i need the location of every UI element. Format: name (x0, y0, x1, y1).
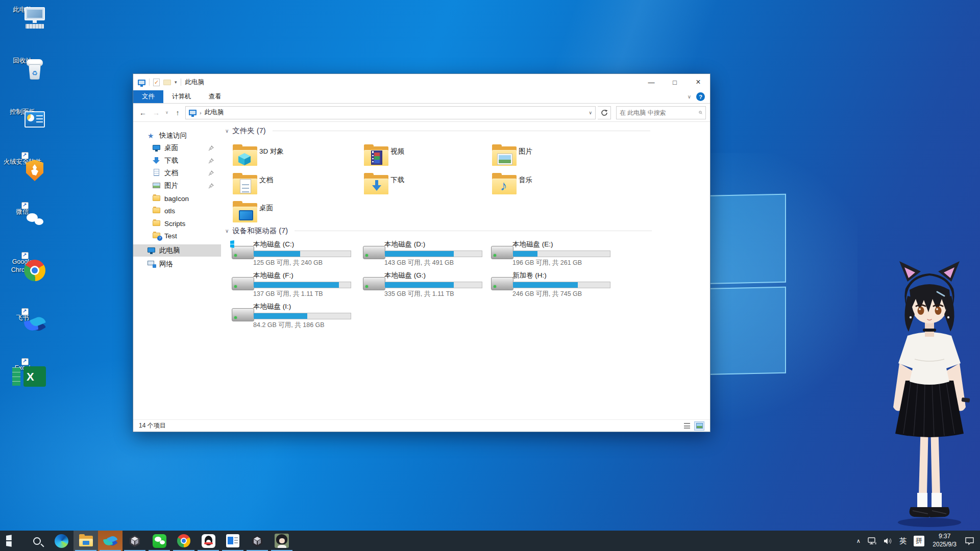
navigation-bar: ← → ∨ ↑ › 此电脑 ∨ (133, 104, 710, 122)
this-pc-crumb-icon (189, 110, 197, 115)
drive-tile-d[interactable]: 本地磁盘 (D:) 143 GB 可用, 共 491 GB (363, 240, 491, 268)
properties-qat-icon[interactable] (153, 79, 160, 86)
breadcrumb-this-pc[interactable]: 此电脑 (205, 108, 224, 117)
desktop-icon-feishu[interactable]: 飞书 (0, 314, 45, 322)
ime-mode-indicator[interactable]: 拼 (910, 531, 928, 551)
sidebar-item-quick-access[interactable]: ★ 快速访问 (133, 130, 221, 142)
drive-tile-g[interactable]: 本地磁盘 (G:) 335 GB 可用, 共 1.11 TB (363, 271, 491, 299)
maximize-button[interactable]: □ (663, 74, 687, 90)
sidebar-item-test[interactable]: ? Test (133, 230, 221, 242)
desktop-icon-excel[interactable]: X Excel (0, 364, 45, 372)
sidebar-item-bagicon[interactable]: bagIcon (133, 192, 221, 205)
folder-tile-downloads[interactable]: 下载 (363, 173, 488, 198)
drive-capacity-text: 137 GB 可用, 共 1.11 TB (253, 290, 359, 298)
drive-tile-h[interactable]: 新加卷 (H:) 246 GB 可用, 共 745 GB (491, 271, 619, 299)
folder-label: 图片 (519, 144, 532, 170)
volume-tray-icon[interactable] (880, 531, 896, 551)
sidebar-item-network[interactable]: 网络 (133, 258, 221, 270)
search-input[interactable] (620, 109, 699, 116)
sidebar-item-scripts[interactable]: Scripts (133, 217, 221, 230)
address-dropdown-chevron-icon[interactable]: ∨ (589, 110, 592, 115)
drives-group-header[interactable]: ∨ 设备和驱动器 (7) (225, 226, 652, 236)
ime-language-indicator[interactable]: 英 (896, 531, 911, 551)
sidebar-label: bagIcon (164, 195, 189, 203)
details-view-button[interactable] (682, 421, 692, 431)
taskbar-edge-button[interactable] (49, 531, 74, 551)
drive-tile-e[interactable]: 本地磁盘 (E:) 196 GB 可用, 共 261 GB (491, 240, 619, 268)
taskbar-mascot-app-button[interactable] (270, 531, 294, 551)
folder-tile-music[interactable]: ♪ 音乐 (491, 173, 617, 198)
window-controls: — □ × (640, 74, 710, 90)
back-button[interactable]: ← (137, 109, 149, 117)
taskbar-wechat-button[interactable] (147, 531, 172, 551)
minimize-button[interactable]: — (640, 74, 663, 90)
desktop-icon-chrome[interactable]: Google Chrome (0, 258, 45, 274)
new-folder-qat-icon[interactable] (163, 80, 171, 85)
tab-computer[interactable]: 计算机 (163, 90, 200, 103)
desktop-icon-this-pc[interactable]: 此电脑 (0, 6, 45, 14)
folder-tile-desktop[interactable]: 桌面 (232, 201, 357, 227)
close-button[interactable]: × (687, 74, 710, 90)
tab-file[interactable]: 文件 (133, 90, 163, 103)
address-bar[interactable]: › 此电脑 ∨ (185, 106, 596, 119)
folder-tile-videos[interactable]: 视频 (363, 144, 488, 170)
folder-tile-documents[interactable]: 文档 (232, 173, 357, 198)
documents-folder-icon (232, 173, 259, 196)
taskbar-feishu-button[interactable] (98, 531, 122, 551)
window-body: ★ 快速访问 桌面 下载 文档 (133, 122, 710, 419)
desktop-icon-huorong[interactable]: 火绒安全软件 (0, 158, 45, 166)
drive-capacity-text: 196 GB 可用, 共 261 GB (512, 259, 619, 267)
mascot-avatar-icon (275, 534, 289, 548)
taskbar-window-app-button[interactable] (220, 531, 245, 551)
pin-icon (208, 158, 214, 164)
taskbar-explorer-button[interactable] (74, 531, 98, 551)
sidebar-item-pictures[interactable]: 图片 (133, 180, 221, 192)
sidebar-label: 桌面 (164, 143, 178, 153)
sidebar-item-documents[interactable]: 文档 (133, 167, 221, 179)
title-bar[interactable]: ▾ 此电脑 — □ × (133, 74, 710, 90)
forward-button[interactable]: → (151, 109, 162, 117)
action-center-icon[interactable] (961, 531, 978, 551)
up-button[interactable]: ↑ (172, 109, 183, 117)
taskbar-qq-button[interactable] (196, 531, 220, 551)
ribbon-tabs: 文件 计算机 查看 ∨ ? (133, 90, 710, 104)
sidebar-label: 文档 (164, 168, 178, 178)
desktop-icon-control-panel[interactable]: 控制面板 (0, 108, 45, 116)
large-icons-view-button[interactable] (694, 421, 704, 431)
taskbar-clock[interactable]: 9:37 2025/9/3 (928, 531, 961, 551)
drive-tile-i[interactable]: 本地磁盘 (I:) 84.2 GB 可用, 共 186 GB (232, 302, 359, 331)
sidebar-item-this-pc[interactable]: 此电脑 (133, 244, 221, 257)
desktop-mascot-character[interactable] (881, 254, 979, 531)
drive-tile-c[interactable]: 本地磁盘 (C:) 125 GB 可用, 共 240 GB (232, 240, 359, 268)
sidebar-item-downloads[interactable]: 下载 (133, 155, 221, 167)
collapse-chevron-icon[interactable]: ∨ (225, 128, 229, 134)
collapse-chevron-icon[interactable]: ∨ (225, 228, 229, 234)
taskbar-chrome-button[interactable] (172, 531, 196, 551)
customize-qat-chevron-icon[interactable]: ▾ (175, 80, 177, 85)
desktop-icon-recycle-bin[interactable]: ♻ 回收站 (0, 57, 45, 65)
recent-locations-chevron-icon[interactable]: ∨ (164, 110, 170, 115)
drive-tile-f[interactable]: 本地磁盘 (F:) 137 GB 可用, 共 1.11 TB (232, 271, 359, 299)
refresh-button[interactable] (598, 106, 611, 119)
folders-group-header[interactable]: ∨ 文件夹 (7) (225, 126, 650, 136)
start-button[interactable] (0, 531, 24, 551)
help-icon[interactable]: ? (696, 92, 705, 101)
search-box[interactable] (616, 106, 706, 119)
network-tray-icon[interactable] (864, 531, 880, 551)
desktop-icon-wechat[interactable]: 微信 (0, 208, 45, 216)
hard-drive-icon (232, 246, 254, 259)
expand-ribbon-chevron-icon[interactable]: ∨ (688, 94, 691, 99)
sidebar-item-desktop[interactable]: 桌面 (133, 142, 221, 154)
sidebar-item-otls[interactable]: otls (133, 205, 221, 217)
taskbar-unity-editor-button[interactable] (245, 531, 270, 551)
taskbar-unity-hub-button[interactable] (122, 531, 147, 551)
tab-view[interactable]: 查看 (200, 90, 230, 103)
edge-icon (55, 534, 68, 548)
taskbar-search-button[interactable] (24, 531, 49, 551)
this-pc-window-icon (138, 80, 145, 85)
folder-tile-pictures[interactable]: 图片 (491, 144, 617, 170)
hidden-icons-chevron-icon[interactable]: ∧ (853, 531, 864, 551)
pictures-icon (153, 182, 161, 190)
navigation-pane: ★ 快速访问 桌面 下载 文档 (133, 122, 221, 419)
folder-tile-3d-objects[interactable]: 3D 对象 (232, 144, 357, 170)
